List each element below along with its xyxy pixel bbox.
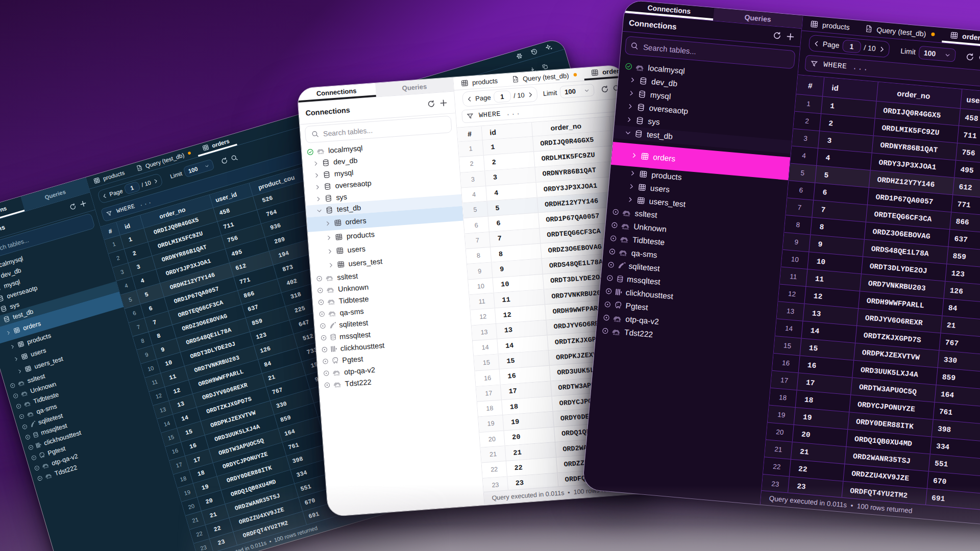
svg-text:MySQL: MySQL (613, 333, 620, 336)
svg-text:MySQL: MySQL (622, 228, 629, 230)
svg-text:MySQL: MySQL (329, 303, 335, 305)
svg-text:MySQL: MySQL (328, 291, 334, 293)
svg-text:MySQL: MySQL (327, 279, 333, 281)
svg-text:MySQL: MySQL (335, 386, 341, 388)
svg-text:MySQL: MySQL (636, 69, 644, 71)
svg-text:MySQL: MySQL (318, 152, 324, 154)
svg-text:MySQL: MySQL (620, 254, 627, 256)
svg-text:MySQL: MySQL (623, 214, 630, 217)
svg-text:MySQL: MySQL (614, 320, 621, 322)
svg-text:MySQL: MySQL (330, 315, 336, 317)
svg-text:MySQL: MySQL (621, 240, 628, 243)
svg-text:MySQL: MySQL (334, 374, 340, 376)
